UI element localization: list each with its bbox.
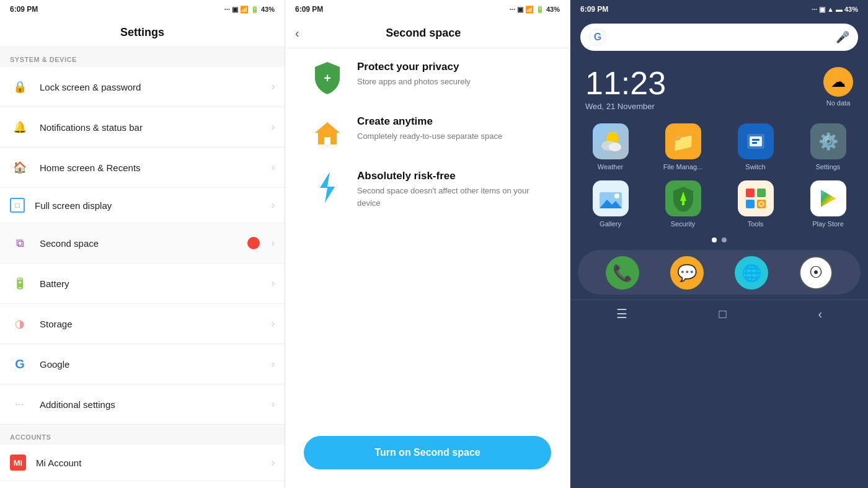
- back-button[interactable]: ‹: [295, 26, 299, 40]
- app-switch[interactable]: Switch: [723, 123, 788, 171]
- mic-icon[interactable]: 🎤: [836, 30, 849, 44]
- settings-item-google[interactable]: G Google ›: [0, 344, 285, 384]
- google-label: Google: [40, 359, 272, 370]
- battery-label: Battery: [40, 278, 272, 289]
- settings-item-notifications[interactable]: 🔔 Notifications & status bar ›: [0, 107, 285, 148]
- sim-icon-2: ▣: [517, 6, 523, 14]
- app-grid-row2: Gallery Security: [570, 180, 868, 228]
- svg-rect-17: [746, 189, 755, 197]
- gallery-icon: [593, 180, 629, 216]
- clock-time: 11:23: [585, 67, 666, 99]
- chevron-icon-google: ›: [272, 358, 275, 370]
- home-screen-icon: 🏠: [10, 157, 30, 177]
- feature-create-title: Create anytime: [357, 115, 502, 128]
- play-store-label: Play Store: [812, 220, 844, 228]
- settings-item-additional[interactable]: ··· Additional settings ›: [0, 384, 285, 425]
- search-input[interactable]: [611, 32, 831, 42]
- status-bar-settings: 6:09 PM ··· ▣ 📶 🔋 43%: [0, 0, 285, 19]
- no-data-widget: ☁ No data: [823, 67, 853, 107]
- chevron-icon-lock: ›: [272, 81, 275, 92]
- notification-icon: 🔔: [10, 117, 30, 137]
- settings-item-lock-screen[interactable]: 🔒 Lock screen & password ›: [0, 67, 285, 107]
- battery-percent-home: 43%: [844, 6, 858, 13]
- svg-text:+: +: [324, 71, 331, 85]
- settings-item-home-screen[interactable]: 🏠 Home screen & Recents ›: [0, 148, 285, 188]
- google-settings-icon: G: [10, 354, 30, 374]
- signal-dots-home: ···: [812, 6, 817, 13]
- app-security[interactable]: Security: [650, 180, 715, 228]
- app-gallery[interactable]: Gallery: [578, 180, 643, 228]
- page-indicators: [570, 237, 868, 242]
- additional-icon: ···: [10, 394, 30, 414]
- app-grid-row1: Weather 📁 File Manag... Switch ⚙️ Settin…: [570, 123, 868, 171]
- app-tools[interactable]: Tools: [723, 180, 788, 228]
- wifi-icon-2: 📶: [525, 6, 534, 14]
- additional-label: Additional settings: [40, 399, 272, 410]
- dot-1: [712, 237, 717, 242]
- signal-dots-icon: ···: [224, 6, 230, 13]
- svg-point-5: [609, 143, 621, 151]
- chevron-icon-fullscreen: ›: [272, 200, 275, 211]
- status-time-home: 6:09 PM: [580, 5, 608, 14]
- feature-riskfree: Absolutely risk-free Second space doesn'…: [310, 170, 545, 209]
- chevron-icon-storage: ›: [272, 318, 275, 329]
- settings-item-storage[interactable]: ◑ Storage ›: [0, 304, 285, 344]
- security-icon: [665, 180, 701, 216]
- menu-nav-button[interactable]: ☰: [616, 306, 627, 321]
- svg-marker-2: [320, 172, 335, 203]
- weather-app-icon: [593, 123, 629, 159]
- browser-icon: 🌐: [742, 264, 761, 283]
- svg-rect-8: [752, 139, 760, 141]
- dock: 📞 💬 🌐 ⦿: [578, 250, 861, 295]
- switch-label: Switch: [745, 163, 765, 171]
- svg-rect-7: [750, 136, 762, 146]
- status-icons-2: ··· ▣ 📶 🔋 43%: [510, 6, 560, 14]
- svg-marker-24: [821, 190, 836, 207]
- weather-widget-icon: ☁: [823, 67, 853, 97]
- settings-app-label: Settings: [816, 163, 841, 171]
- dock-messages[interactable]: 💬: [670, 256, 704, 290]
- svg-rect-19: [746, 200, 755, 208]
- svg-marker-1: [315, 122, 340, 144]
- google-logo-icon: G: [589, 29, 606, 46]
- mi-account-label: Mi Account: [36, 458, 272, 468]
- app-settings[interactable]: ⚙️ Settings: [795, 123, 861, 171]
- settings-item-mi-account[interactable]: Mi Mi Account ›: [0, 445, 285, 481]
- tools-icon: [738, 180, 774, 216]
- battery-percent-2: 43%: [546, 6, 560, 13]
- settings-item-full-screen[interactable]: □ Full screen display ›: [0, 188, 285, 223]
- second-space-title: Second space: [307, 27, 540, 40]
- section-system-label: SYSTEM & DEVICE: [0, 47, 285, 67]
- signal-dots-icon-2: ···: [510, 6, 515, 13]
- turn-on-button[interactable]: Turn on Second space: [304, 436, 551, 469]
- full-screen-label: Full screen display: [35, 200, 272, 211]
- feature-riskfree-title: Absolutely risk-free: [357, 170, 545, 182]
- play-store-icon: [810, 180, 846, 216]
- feature-privacy-desc: Store apps and photos securely: [357, 76, 471, 88]
- google-search-bar[interactable]: G 🎤: [580, 24, 858, 51]
- home-alt-icon: [310, 115, 345, 150]
- svg-point-13: [614, 193, 619, 198]
- app-file-manager[interactable]: 📁 File Manag...: [650, 123, 715, 171]
- tools-label: Tools: [748, 220, 764, 228]
- dock-phone[interactable]: 📞: [606, 256, 639, 290]
- app-play-store[interactable]: Play Store: [795, 180, 861, 228]
- svg-rect-15: [682, 200, 684, 205]
- feature-riskfree-text: Absolutely risk-free Second space doesn'…: [357, 170, 545, 209]
- settings-item-second-space[interactable]: ⧉ Second space ›: [0, 223, 285, 264]
- chevron-icon-notif: ›: [272, 122, 275, 133]
- dock-browser[interactable]: 🌐: [735, 256, 768, 290]
- dock-camera[interactable]: ⦿: [799, 256, 833, 290]
- home-nav-button[interactable]: □: [719, 306, 727, 321]
- feature-create-desc: Completely ready-to-use separate space: [357, 130, 502, 143]
- feature-create-text: Create anytime Completely ready-to-use s…: [357, 115, 502, 143]
- settings-title: Settings: [0, 19, 285, 47]
- app-weather[interactable]: Weather: [578, 123, 643, 171]
- status-time-1: 6:09 PM: [10, 5, 38, 14]
- second-space-icon: ⧉: [10, 233, 30, 253]
- chevron-icon-battery: ›: [272, 278, 275, 289]
- settings-item-battery[interactable]: 🔋 Battery ›: [0, 264, 285, 304]
- settings-item-sync[interactable]: ↻ Sync ›: [0, 481, 285, 488]
- section-accounts-label: ACCOUNTS: [0, 425, 285, 445]
- back-nav-button[interactable]: ‹: [818, 306, 822, 321]
